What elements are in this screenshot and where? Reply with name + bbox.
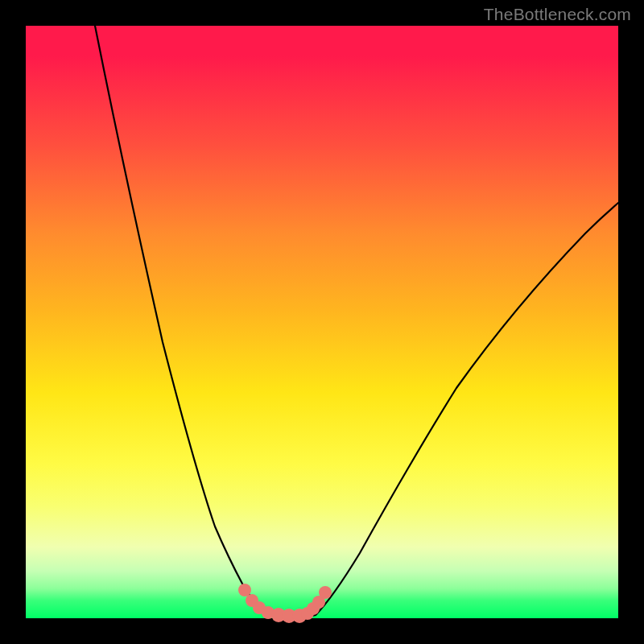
chart-frame: TheBottleneck.com	[0, 0, 644, 644]
marker-dot	[238, 584, 251, 597]
curve-left	[95, 26, 275, 616]
chart-svg	[26, 26, 618, 618]
curve-right	[316, 203, 618, 615]
marker-dot	[319, 586, 332, 599]
chart-plot-area	[26, 26, 618, 618]
watermark-text: TheBottleneck.com	[484, 5, 631, 24]
valley-marker-group	[238, 584, 332, 623]
